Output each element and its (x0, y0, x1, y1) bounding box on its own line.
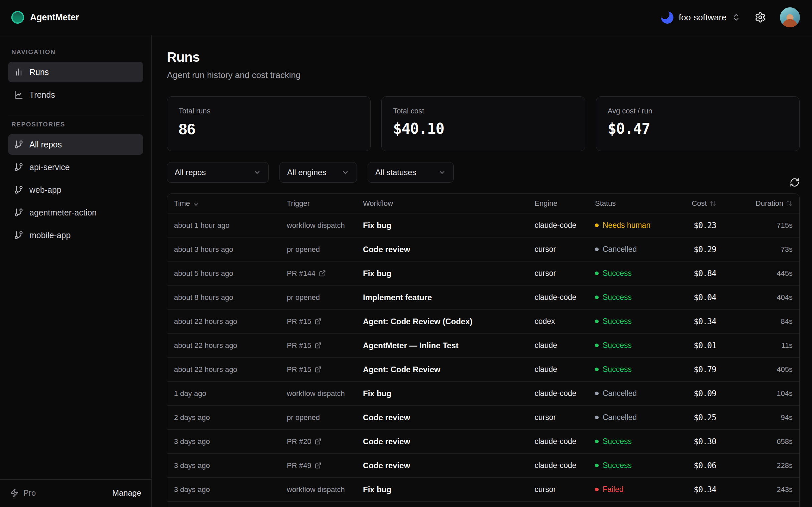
column-header-engine[interactable]: Engine (535, 199, 595, 208)
status-dot (595, 320, 599, 323)
run-engine: cursor (535, 245, 595, 254)
status-dot (595, 344, 599, 347)
sidebar-item-all-repos[interactable]: All repos (8, 134, 143, 155)
sidebar-item-label: web-app (30, 185, 61, 195)
settings-button[interactable] (755, 12, 766, 23)
column-header-duration[interactable]: Duration (716, 199, 793, 208)
org-switcher[interactable]: foo-software (661, 11, 741, 24)
run-workflow: Implement feature (363, 293, 535, 302)
sidebar-item-agentmeter-action[interactable]: agentmeter-action (8, 202, 143, 223)
user-avatar[interactable] (780, 7, 800, 27)
column-header-workflow[interactable]: Workflow (363, 199, 535, 208)
engine-filter-select[interactable]: All engines (280, 162, 357, 183)
column-header-trigger[interactable]: Trigger (287, 199, 363, 208)
column-label: Time (174, 199, 190, 208)
chevrons-up-down-icon (732, 13, 741, 22)
run-cost: $0.79 (667, 365, 716, 374)
status-dot (595, 415, 599, 419)
column-label: Trigger (287, 199, 310, 208)
run-workflow: Code review (363, 413, 535, 422)
runs-table: TimeTriggerWorkflowEngineStatusCostDurat… (167, 193, 800, 507)
sidebar-item-label: mobile-app (30, 230, 71, 240)
run-status: Success (595, 269, 667, 278)
table-row[interactable]: 1 day ago workflow dispatch Fix bug clau… (167, 381, 799, 405)
sidebar-item-runs[interactable]: Runs (8, 62, 143, 82)
status-label: Success (603, 437, 632, 446)
sidebar-section-label: NAVIGATION (11, 48, 140, 56)
sort-icon (710, 200, 716, 207)
app-title: AgentMeter (30, 12, 79, 23)
refresh-icon (790, 177, 800, 187)
run-duration: 73s (716, 245, 793, 254)
status-label: Success (603, 293, 632, 302)
table-row[interactable]: 3 days ago PR #20 Code review claude-cod… (167, 429, 799, 453)
git-branch-icon (14, 140, 23, 149)
run-cost: $0.23 (667, 221, 716, 230)
run-time: about 8 hours ago (174, 293, 287, 302)
column-label: Workflow (363, 199, 393, 208)
column-header-time[interactable]: Time (174, 199, 287, 208)
external-link-icon (314, 462, 321, 469)
table-row[interactable]: about 5 hours ago PR #144 Fix bug cursor… (167, 261, 799, 285)
run-cost: $0.30 (667, 437, 716, 446)
sidebar-item-label: Runs (30, 67, 49, 77)
refresh-button[interactable] (790, 177, 800, 187)
run-cost: $0.25 (667, 413, 716, 422)
repo-filter-select[interactable]: All repos (167, 162, 269, 183)
table-row[interactable]: about 8 hours ago pr opened Implement fe… (167, 285, 799, 309)
page-subtitle: Agent run history and cost tracking (167, 70, 800, 80)
external-link-icon (314, 366, 321, 373)
status-dot (595, 392, 599, 395)
plan-label: Pro (23, 488, 36, 498)
table-row[interactable]: 2 days ago pr opened Code review cursor … (167, 405, 799, 429)
table-row[interactable]: about 1 hour ago workflow dispatch Fix b… (167, 213, 799, 237)
run-cost: $0.04 (667, 293, 716, 302)
stat-value: $0.47 (608, 120, 788, 137)
table-row[interactable]: 3 days ago PR #49 Code review claude-cod… (167, 453, 799, 477)
run-duration: 228s (716, 461, 793, 470)
run-cost: $0.01 (667, 341, 716, 350)
sidebar-item-mobile-app[interactable]: mobile-app (8, 225, 143, 245)
run-time: 2 days ago (174, 413, 287, 422)
run-cost: $0.84 (667, 269, 716, 278)
column-header-cost[interactable]: Cost (667, 199, 716, 208)
run-trigger[interactable]: PR #20 (287, 437, 363, 446)
status-label: Success (603, 341, 632, 350)
run-engine: cursor (535, 269, 595, 278)
manage-button[interactable]: Manage (112, 488, 141, 498)
run-engine: claude (535, 341, 595, 350)
sidebar-section-label: REPOSITORIES (11, 121, 140, 128)
status-dot (595, 488, 599, 491)
chevron-down-icon (341, 168, 349, 176)
external-link-icon (314, 318, 321, 325)
column-header-status[interactable]: Status (595, 199, 667, 208)
run-trigger[interactable]: PR #15 (287, 317, 363, 326)
sidebar-item-label: All repos (30, 140, 62, 150)
status-dot (595, 295, 599, 299)
run-trigger[interactable]: PR #15 (287, 365, 363, 374)
run-workflow: Code review (363, 245, 535, 254)
run-cost: $0.29 (667, 245, 716, 254)
sidebar-item-trends[interactable]: Trends (8, 84, 143, 105)
table-row[interactable]: about 22 hours ago PR #15 Agent: Code Re… (167, 357, 799, 381)
sort-desc-icon (193, 200, 199, 207)
run-cost: $0.34 (667, 317, 716, 326)
external-link-icon (314, 438, 321, 445)
gear-icon (755, 12, 766, 23)
table-row[interactable]: about 3 hours ago pr opened Code review … (167, 237, 799, 261)
table-header-row: TimeTriggerWorkflowEngineStatusCostDurat… (167, 194, 799, 213)
org-avatar-icon (661, 11, 673, 24)
sidebar-item-web-app[interactable]: web-app (8, 179, 143, 200)
run-workflow: AgentMeter — Inline Test (363, 341, 535, 350)
table-row[interactable]: 3 days ago workflow dispatch Fix bug cur… (167, 477, 799, 501)
run-time: about 22 hours ago (174, 317, 287, 326)
chevron-down-icon (438, 168, 446, 176)
run-status: Failed (595, 485, 667, 494)
status-filter-select[interactable]: All statuses (368, 162, 454, 183)
table-row[interactable]: about 22 hours ago PR #15 AgentMeter — I… (167, 333, 799, 357)
table-row[interactable]: about 22 hours ago PR #15 Agent: Code Re… (167, 309, 799, 333)
sidebar-item-api-service[interactable]: api-service (8, 157, 143, 177)
run-trigger[interactable]: PR #49 (287, 461, 363, 470)
run-trigger[interactable]: PR #15 (287, 341, 363, 350)
run-trigger[interactable]: PR #144 (287, 269, 363, 278)
